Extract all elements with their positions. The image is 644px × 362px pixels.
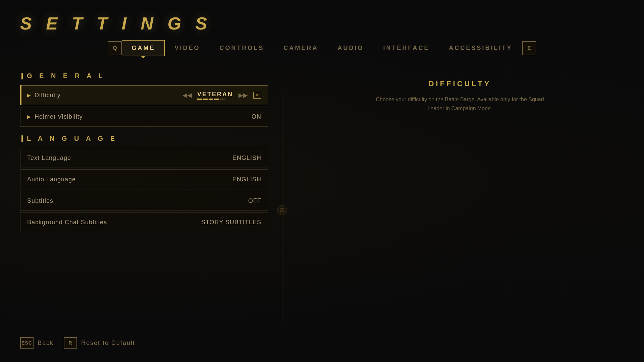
- bar-5: [220, 99, 225, 100]
- helmet-visibility-row[interactable]: ▶ Helmet Visibility ON: [20, 107, 268, 127]
- audio-language-label: Audio Language: [27, 176, 76, 183]
- bar-4: [214, 99, 219, 100]
- reset-label: Reset to Default: [81, 340, 135, 347]
- difficulty-bar: [197, 99, 233, 100]
- main-layout: G E N E R A L ▶ Difficulty ◀◀ VETERAN: [0, 56, 644, 351]
- language-heading: L A N G U A G E: [20, 135, 268, 142]
- background-chat-subtitles-label: Background Chat Subtitles: [27, 219, 107, 226]
- tab-audio[interactable]: AUDIO: [328, 40, 373, 56]
- helmet-visibility-value: ON: [252, 113, 261, 120]
- audio-language-value: ENGLISH: [232, 176, 261, 183]
- divider-icon: [277, 205, 287, 215]
- difficulty-label: ▶ Difficulty: [27, 92, 61, 99]
- bar-2: [203, 99, 208, 100]
- general-heading: G E N E R A L: [20, 72, 268, 80]
- difficulty-nav-left[interactable]: ◀◀: [182, 92, 192, 99]
- difficulty-nav-right[interactable]: ▶▶: [238, 92, 248, 99]
- difficulty-confirm[interactable]: ✕: [253, 92, 261, 99]
- background-chat-subtitles-value: STORY SUBTITLES: [201, 219, 261, 226]
- svg-point-1: [281, 209, 283, 211]
- detail-title: DIFFICULTY: [296, 79, 624, 88]
- subtitles-row[interactable]: Subtitles OFF: [20, 191, 268, 211]
- helmet-visibility-label: ▶ Helmet Visibility: [27, 113, 83, 120]
- difficulty-value: VETERAN: [197, 91, 233, 98]
- back-button[interactable]: ESC Back: [20, 337, 54, 349]
- helmet-arrow-icon: ▶: [27, 114, 31, 119]
- right-panel: DIFFICULTY Choose your difficulty on the…: [296, 69, 624, 351]
- footer: ESC Back R Reset to Default: [20, 337, 624, 349]
- back-label: Back: [38, 340, 54, 347]
- nav-tabs: Q GAME VIDEO CONTROLS CAMERA AUDIO INTER…: [0, 40, 644, 56]
- text-language-row[interactable]: Text Language ENGLISH: [20, 148, 268, 168]
- subtitles-value: OFF: [248, 197, 261, 204]
- header: S E T T I N G S: [0, 0, 644, 34]
- page-title: S E T T I N G S: [20, 13, 624, 34]
- detail-container: DIFFICULTY Choose your difficulty on the…: [296, 73, 624, 113]
- difficulty-arrow-icon: ▶: [27, 93, 31, 98]
- difficulty-row[interactable]: ▶ Difficulty ◀◀ VETERAN: [20, 85, 268, 105]
- reset-button[interactable]: R Reset to Default: [64, 337, 135, 349]
- subtitles-label: Subtitles: [27, 197, 53, 204]
- bar-1: [197, 99, 202, 100]
- prev-tab-key[interactable]: Q: [108, 41, 122, 55]
- next-tab-key[interactable]: E: [522, 41, 536, 55]
- bar-3: [209, 99, 213, 100]
- r-key-badge: R: [64, 337, 77, 349]
- tab-interface[interactable]: INTERFACE: [373, 40, 439, 56]
- difficulty-value-container: ◀◀ VETERAN ▶▶ ✕: [182, 91, 261, 100]
- detail-description: Choose your difficulty on the Battle Bar…: [373, 95, 547, 113]
- esc-key-badge: ESC: [20, 337, 34, 349]
- text-language-value: ENGLISH: [232, 155, 261, 162]
- panel-divider: [282, 69, 282, 351]
- tab-controls[interactable]: CONTROLS: [210, 40, 274, 56]
- tab-camera[interactable]: CAMERA: [274, 40, 328, 56]
- background-chat-subtitles-row[interactable]: Background Chat Subtitles STORY SUBTITLE…: [20, 212, 268, 232]
- page-content: S E T T I N G S Q GAME VIDEO CONTROLS CA…: [0, 0, 644, 362]
- tab-accessibility[interactable]: ACCESSIBILITY: [439, 40, 522, 56]
- tab-game[interactable]: GAME: [122, 40, 165, 56]
- tab-video[interactable]: VIDEO: [165, 40, 210, 56]
- left-panel: G E N E R A L ▶ Difficulty ◀◀ VETERAN: [20, 69, 268, 351]
- text-language-label: Text Language: [27, 155, 71, 162]
- audio-language-row[interactable]: Audio Language ENGLISH: [20, 169, 268, 189]
